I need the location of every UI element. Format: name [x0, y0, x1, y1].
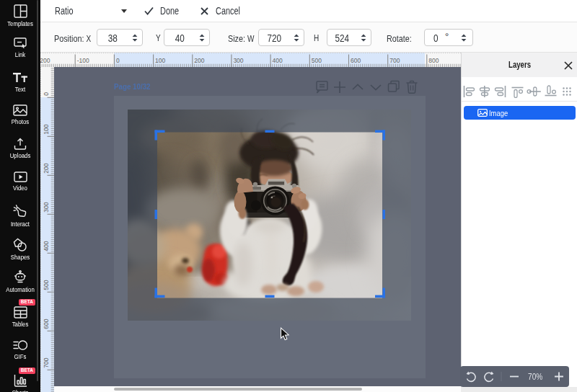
svg-text:200: 200	[43, 163, 50, 173]
svg-text:600: 600	[351, 57, 361, 64]
svg-text:300: 300	[43, 202, 50, 212]
svg-text:0: 0	[43, 92, 50, 96]
svg-text:700: 700	[43, 357, 50, 368]
svg-text:600: 600	[43, 318, 50, 329]
svg-text:100: 100	[155, 57, 165, 64]
svg-text:200: 200	[194, 57, 204, 64]
svg-text:400: 400	[43, 241, 50, 251]
svg-text:300: 300	[233, 57, 243, 64]
svg-text:-200: -200	[40, 57, 50, 64]
svg-text:100: 100	[43, 124, 50, 134]
svg-text:0: 0	[116, 57, 120, 64]
svg-text:500: 500	[312, 57, 322, 64]
svg-text:400: 400	[273, 57, 283, 64]
svg-text:800: 800	[428, 57, 439, 64]
svg-text:-100: -100	[77, 57, 89, 64]
svg-text:500: 500	[43, 280, 50, 290]
svg-text:700: 700	[389, 57, 400, 64]
